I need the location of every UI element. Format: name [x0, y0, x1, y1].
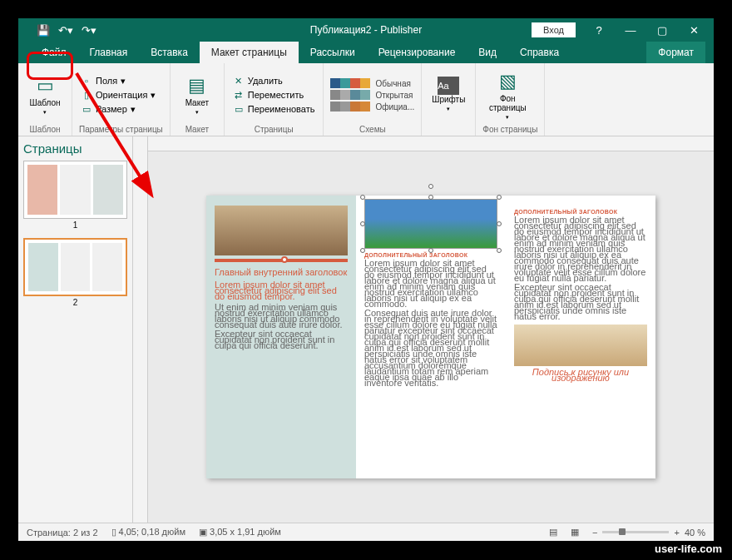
maximize-icon[interactable]: ▢ — [647, 18, 677, 42]
brochure-panel-1[interactable]: Главный внутренний заголовок Lorem ipsum… — [206, 196, 356, 478]
page-viewport[interactable]: Главный внутренний заголовок Lorem ipsum… — [148, 151, 714, 523]
brochure-panel-2[interactable]: ДОПОЛНИТЕЛЬНЫЙ ЗАГОЛОВОК Lorem ipsum dol… — [356, 196, 506, 478]
scheme-open[interactable]: Открытая — [330, 89, 414, 101]
brochure-panel-3[interactable]: ДОПОЛНИТЕЛЬНЫЙ ЗАГОЛОВОК Lorem ipsum dol… — [506, 196, 655, 478]
zoom-level[interactable]: 40 % — [685, 528, 705, 538]
layout-icon: ▤ — [188, 73, 205, 98]
close-icon[interactable]: ✕ — [679, 18, 709, 42]
tab-home[interactable]: Главная — [78, 42, 140, 63]
redo-icon[interactable]: ↷▾ — [82, 24, 96, 37]
tab-format[interactable]: Формат — [646, 42, 705, 63]
vertical-ruler[interactable] — [133, 136, 148, 523]
margins-button[interactable]: ▫Поля ▾ — [79, 75, 157, 87]
tab-mailings[interactable]: Рассылки — [299, 42, 367, 63]
tab-page-layout[interactable]: Макет страницы — [200, 42, 299, 63]
fonts-button[interactable]: AaШрифты▾ — [428, 67, 468, 123]
size-button[interactable]: ▭Размер ▾ — [79, 103, 157, 116]
nav-title: Страницы — [23, 141, 127, 156]
page-thumbnail-1[interactable] — [23, 161, 127, 219]
rename-icon: ▭ — [233, 104, 245, 115]
ribbon: ▭Шаблон▾ Шаблон ▫Поля ▾ ▯Ориентация ▾ ▭Р… — [18, 63, 714, 136]
tab-insert[interactable]: Вставка — [139, 42, 200, 63]
panel1-image — [215, 206, 348, 255]
delete-icon: ✕ — [233, 76, 245, 87]
tab-help[interactable]: Справка — [508, 42, 571, 63]
panel3-image — [514, 325, 647, 366]
login-button[interactable]: Вход — [532, 22, 576, 37]
template-icon: ▭ — [37, 73, 54, 98]
tab-file[interactable]: Файл — [30, 42, 78, 63]
workspace: Страницы 1 2 Главный внутренний заголово… — [18, 136, 714, 523]
orientation-icon: ▯ — [81, 90, 92, 101]
document-page: Главный внутренний заголовок Lorem ipsum… — [206, 196, 655, 478]
margins-icon: ▫ — [81, 76, 92, 86]
size-icon: ▭ — [81, 104, 92, 115]
view-single-icon[interactable]: ▤ — [549, 527, 557, 538]
move-icon: ⇄ — [233, 90, 245, 101]
zoom-control[interactable]: − + 40 % — [592, 528, 705, 538]
status-page[interactable]: Страница: 2 из 2 — [27, 528, 98, 538]
app-window: 💾 ↶▾ ↷▾ Публикация2 - Publisher Вход ? —… — [18, 18, 714, 541]
orientation-button[interactable]: ▯Ориентация ▾ — [79, 89, 157, 102]
undo-icon[interactable]: ↶▾ — [58, 24, 73, 37]
tab-review[interactable]: Рецензирование — [367, 42, 467, 63]
background-button[interactable]: ▧Фон страницы▾ — [482, 67, 532, 123]
status-size: ▣ 3,05 x 1,91 дюйм — [199, 527, 281, 538]
status-position: ▯ 4,05; 0,18 дюйм — [111, 527, 185, 538]
minimize-icon[interactable]: — — [616, 18, 645, 42]
move-page-button[interactable]: ⇄Переместить — [231, 89, 317, 102]
document-title: Публикация2 - Publisher — [310, 24, 422, 36]
help-icon[interactable]: ? — [584, 18, 614, 42]
save-icon[interactable]: 💾 — [37, 24, 50, 37]
page-thumbnail-2[interactable] — [23, 238, 127, 296]
scheme-official[interactable]: Официа... — [330, 101, 414, 112]
scheme-standard[interactable]: Обычная — [330, 77, 414, 89]
horizontal-ruler[interactable] — [148, 136, 714, 151]
zoom-slider[interactable] — [602, 531, 669, 533]
zoom-in-icon[interactable]: + — [674, 528, 679, 538]
tab-view[interactable]: Вид — [467, 42, 508, 63]
view-spread-icon[interactable]: ▦ — [571, 527, 579, 538]
rename-page-button[interactable]: ▭Переименовать — [231, 103, 317, 116]
delete-page-button[interactable]: ✕Удалить — [231, 75, 317, 87]
title-bar: 💾 ↶▾ ↷▾ Публикация2 - Publisher Вход ? —… — [18, 18, 714, 42]
fonts-icon: Aa — [438, 77, 459, 95]
page-navigation: Страницы 1 2 — [18, 136, 133, 523]
watermark: user-life.com — [655, 543, 722, 555]
template-button[interactable]: ▭Шаблон▾ — [25, 67, 65, 123]
background-icon: ▧ — [499, 69, 517, 94]
ribbon-tabs: Файл Главная Вставка Макет страницы Расс… — [18, 42, 714, 63]
zoom-out-icon[interactable]: − — [592, 528, 597, 538]
panel2-image-selected[interactable] — [364, 199, 497, 249]
status-bar: Страница: 2 из 2 ▯ 4,05; 0,18 дюйм ▣ 3,0… — [18, 523, 714, 541]
layout-button[interactable]: ▤Макет▾ — [177, 67, 217, 123]
